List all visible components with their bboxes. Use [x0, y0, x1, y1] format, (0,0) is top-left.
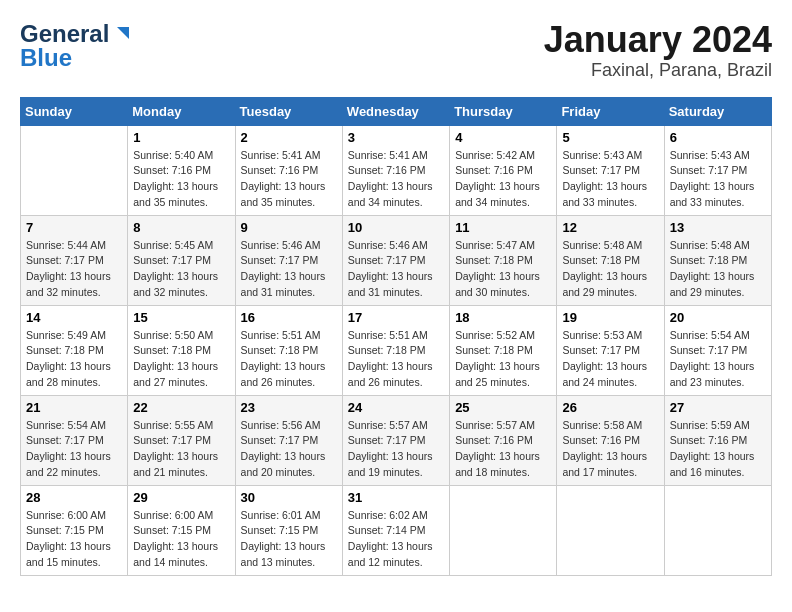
day-info: Sunrise: 6:02 AM Sunset: 7:14 PM Dayligh… [348, 508, 444, 571]
calendar-cell: 30Sunrise: 6:01 AM Sunset: 7:15 PM Dayli… [235, 485, 342, 575]
day-number: 24 [348, 400, 444, 415]
day-number: 28 [26, 490, 122, 505]
weekday-header-monday: Monday [128, 97, 235, 125]
day-number: 21 [26, 400, 122, 415]
calendar-cell [557, 485, 664, 575]
day-number: 4 [455, 130, 551, 145]
calendar-cell [664, 485, 771, 575]
calendar-cell: 21Sunrise: 5:54 AM Sunset: 7:17 PM Dayli… [21, 395, 128, 485]
calendar-cell: 20Sunrise: 5:54 AM Sunset: 7:17 PM Dayli… [664, 305, 771, 395]
day-number: 18 [455, 310, 551, 325]
day-number: 15 [133, 310, 229, 325]
calendar-cell: 22Sunrise: 5:55 AM Sunset: 7:17 PM Dayli… [128, 395, 235, 485]
day-number: 11 [455, 220, 551, 235]
page-header: General Blue January 2024 Faxinal, Paran… [20, 20, 772, 81]
logo: General Blue [20, 20, 129, 72]
calendar-table: SundayMondayTuesdayWednesdayThursdayFrid… [20, 97, 772, 576]
calendar-cell: 9Sunrise: 5:46 AM Sunset: 7:17 PM Daylig… [235, 215, 342, 305]
day-info: Sunrise: 5:51 AM Sunset: 7:18 PM Dayligh… [241, 328, 337, 391]
day-number: 5 [562, 130, 658, 145]
day-number: 16 [241, 310, 337, 325]
day-info: Sunrise: 5:40 AM Sunset: 7:16 PM Dayligh… [133, 148, 229, 211]
day-number: 14 [26, 310, 122, 325]
day-info: Sunrise: 5:59 AM Sunset: 7:16 PM Dayligh… [670, 418, 766, 481]
day-info: Sunrise: 5:58 AM Sunset: 7:16 PM Dayligh… [562, 418, 658, 481]
day-info: Sunrise: 5:50 AM Sunset: 7:18 PM Dayligh… [133, 328, 229, 391]
day-number: 26 [562, 400, 658, 415]
weekday-header-sunday: Sunday [21, 97, 128, 125]
day-number: 7 [26, 220, 122, 235]
day-number: 3 [348, 130, 444, 145]
calendar-cell: 4Sunrise: 5:42 AM Sunset: 7:16 PM Daylig… [450, 125, 557, 215]
day-info: Sunrise: 5:52 AM Sunset: 7:18 PM Dayligh… [455, 328, 551, 391]
day-info: Sunrise: 5:57 AM Sunset: 7:16 PM Dayligh… [455, 418, 551, 481]
day-number: 12 [562, 220, 658, 235]
day-info: Sunrise: 5:45 AM Sunset: 7:17 PM Dayligh… [133, 238, 229, 301]
day-info: Sunrise: 5:57 AM Sunset: 7:17 PM Dayligh… [348, 418, 444, 481]
calendar-cell: 15Sunrise: 5:50 AM Sunset: 7:18 PM Dayli… [128, 305, 235, 395]
logo-icon [111, 25, 129, 43]
calendar-cell: 17Sunrise: 5:51 AM Sunset: 7:18 PM Dayli… [342, 305, 449, 395]
weekday-header-wednesday: Wednesday [342, 97, 449, 125]
day-number: 1 [133, 130, 229, 145]
weekday-header-thursday: Thursday [450, 97, 557, 125]
calendar-cell: 29Sunrise: 6:00 AM Sunset: 7:15 PM Dayli… [128, 485, 235, 575]
calendar-cell: 8Sunrise: 5:45 AM Sunset: 7:17 PM Daylig… [128, 215, 235, 305]
calendar-cell: 11Sunrise: 5:47 AM Sunset: 7:18 PM Dayli… [450, 215, 557, 305]
day-info: Sunrise: 5:48 AM Sunset: 7:18 PM Dayligh… [562, 238, 658, 301]
day-number: 6 [670, 130, 766, 145]
weekday-header-tuesday: Tuesday [235, 97, 342, 125]
calendar-cell: 26Sunrise: 5:58 AM Sunset: 7:16 PM Dayli… [557, 395, 664, 485]
day-number: 31 [348, 490, 444, 505]
day-number: 23 [241, 400, 337, 415]
calendar-cell: 28Sunrise: 6:00 AM Sunset: 7:15 PM Dayli… [21, 485, 128, 575]
calendar-cell: 13Sunrise: 5:48 AM Sunset: 7:18 PM Dayli… [664, 215, 771, 305]
day-info: Sunrise: 5:41 AM Sunset: 7:16 PM Dayligh… [241, 148, 337, 211]
day-info: Sunrise: 5:44 AM Sunset: 7:17 PM Dayligh… [26, 238, 122, 301]
day-info: Sunrise: 5:53 AM Sunset: 7:17 PM Dayligh… [562, 328, 658, 391]
calendar-cell: 6Sunrise: 5:43 AM Sunset: 7:17 PM Daylig… [664, 125, 771, 215]
day-info: Sunrise: 6:00 AM Sunset: 7:15 PM Dayligh… [133, 508, 229, 571]
title-block: January 2024 Faxinal, Parana, Brazil [544, 20, 772, 81]
weekday-header-saturday: Saturday [664, 97, 771, 125]
day-info: Sunrise: 5:55 AM Sunset: 7:17 PM Dayligh… [133, 418, 229, 481]
day-number: 22 [133, 400, 229, 415]
day-info: Sunrise: 5:47 AM Sunset: 7:18 PM Dayligh… [455, 238, 551, 301]
day-info: Sunrise: 5:54 AM Sunset: 7:17 PM Dayligh… [26, 418, 122, 481]
day-number: 19 [562, 310, 658, 325]
calendar-cell [21, 125, 128, 215]
day-info: Sunrise: 5:54 AM Sunset: 7:17 PM Dayligh… [670, 328, 766, 391]
calendar-cell: 1Sunrise: 5:40 AM Sunset: 7:16 PM Daylig… [128, 125, 235, 215]
day-number: 8 [133, 220, 229, 235]
weekday-header-friday: Friday [557, 97, 664, 125]
calendar-cell [450, 485, 557, 575]
calendar-cell: 16Sunrise: 5:51 AM Sunset: 7:18 PM Dayli… [235, 305, 342, 395]
calendar-cell: 2Sunrise: 5:41 AM Sunset: 7:16 PM Daylig… [235, 125, 342, 215]
day-number: 29 [133, 490, 229, 505]
calendar-cell: 12Sunrise: 5:48 AM Sunset: 7:18 PM Dayli… [557, 215, 664, 305]
calendar-cell: 23Sunrise: 5:56 AM Sunset: 7:17 PM Dayli… [235, 395, 342, 485]
day-number: 9 [241, 220, 337, 235]
day-info: Sunrise: 6:00 AM Sunset: 7:15 PM Dayligh… [26, 508, 122, 571]
day-info: Sunrise: 5:43 AM Sunset: 7:17 PM Dayligh… [670, 148, 766, 211]
day-number: 17 [348, 310, 444, 325]
calendar-cell: 10Sunrise: 5:46 AM Sunset: 7:17 PM Dayli… [342, 215, 449, 305]
logo-blue: Blue [20, 44, 72, 72]
calendar-cell: 19Sunrise: 5:53 AM Sunset: 7:17 PM Dayli… [557, 305, 664, 395]
day-number: 20 [670, 310, 766, 325]
calendar-cell: 7Sunrise: 5:44 AM Sunset: 7:17 PM Daylig… [21, 215, 128, 305]
calendar-cell: 3Sunrise: 5:41 AM Sunset: 7:16 PM Daylig… [342, 125, 449, 215]
calendar-cell: 24Sunrise: 5:57 AM Sunset: 7:17 PM Dayli… [342, 395, 449, 485]
calendar-cell: 14Sunrise: 5:49 AM Sunset: 7:18 PM Dayli… [21, 305, 128, 395]
day-number: 25 [455, 400, 551, 415]
day-info: Sunrise: 5:56 AM Sunset: 7:17 PM Dayligh… [241, 418, 337, 481]
day-info: Sunrise: 5:48 AM Sunset: 7:18 PM Dayligh… [670, 238, 766, 301]
calendar-cell: 31Sunrise: 6:02 AM Sunset: 7:14 PM Dayli… [342, 485, 449, 575]
calendar-cell: 5Sunrise: 5:43 AM Sunset: 7:17 PM Daylig… [557, 125, 664, 215]
svg-marker-0 [117, 27, 129, 39]
calendar-cell: 25Sunrise: 5:57 AM Sunset: 7:16 PM Dayli… [450, 395, 557, 485]
day-number: 10 [348, 220, 444, 235]
day-info: Sunrise: 5:46 AM Sunset: 7:17 PM Dayligh… [241, 238, 337, 301]
day-number: 27 [670, 400, 766, 415]
day-info: Sunrise: 5:49 AM Sunset: 7:18 PM Dayligh… [26, 328, 122, 391]
